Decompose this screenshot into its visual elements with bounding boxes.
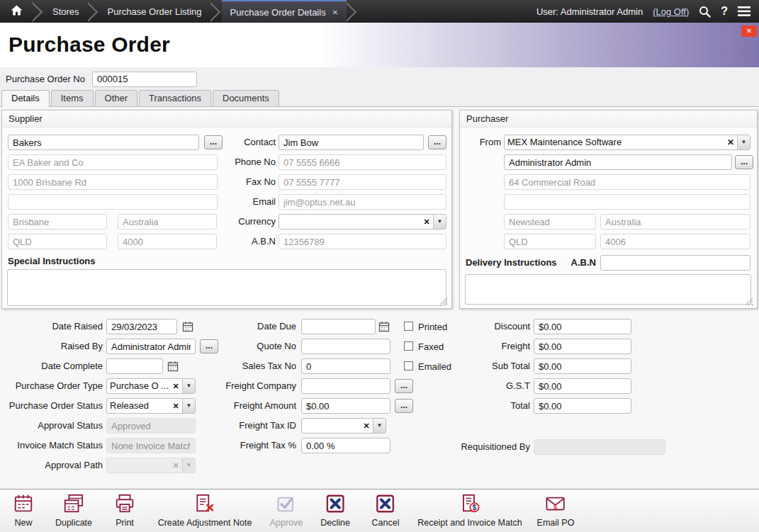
email-po-icon: $: [545, 493, 566, 517]
freight-total-label: Freight: [454, 339, 530, 354]
sales-tax-no-input[interactable]: [301, 358, 390, 374]
breadcrumb-purchase-order-details[interactable]: Purchase Order Details ✕: [222, 0, 347, 23]
gst-input[interactable]: [534, 378, 631, 394]
clear-icon[interactable]: ✕: [169, 379, 182, 393]
po-type-combobox[interactable]: Purchase O ... ✕ ▼: [106, 378, 196, 394]
new-document-icon: [13, 493, 34, 517]
freight-amount-input[interactable]: [301, 398, 390, 414]
chevron-down-icon[interactable]: ▼: [182, 379, 195, 393]
purchaser-abn-label: A.B.N: [566, 255, 596, 271]
raised-by-input[interactable]: [106, 339, 196, 354]
sales-tax-no-label: Sales Tax No: [213, 358, 296, 374]
top-nav: Stores Purchase Order Listing Purchase O…: [0, 0, 759, 23]
faxed-checkbox[interactable]: [404, 341, 413, 351]
chevron-down-icon[interactable]: ▼: [182, 399, 195, 413]
freight-company-input[interactable]: [301, 378, 390, 394]
date-due-calendar-icon[interactable]: [377, 319, 391, 334]
supplier-title: Supplier: [2, 111, 451, 128]
special-instructions-textarea[interactable]: [7, 269, 446, 306]
from-label: From: [470, 135, 501, 150]
approval-status-label: Approval Status: [1, 418, 103, 434]
date-complete-calendar-icon[interactable]: [166, 359, 180, 373]
po-status-combobox[interactable]: Released ✕ ▼: [106, 398, 196, 414]
svg-text:$: $: [472, 504, 476, 511]
currency-combobox[interactable]: ✕ ▼: [279, 214, 446, 230]
date-complete-input[interactable]: [106, 358, 163, 374]
breadcrumb-purchase-order-listing[interactable]: Purchase Order Listing: [99, 0, 210, 23]
supplier-name-input[interactable]: [8, 135, 199, 150]
po-status-label: Purchase Order Status: [1, 398, 103, 414]
cancel-button[interactable]: Cancel: [372, 493, 400, 528]
subtotal-input[interactable]: [534, 358, 631, 374]
duplicate-icon: [63, 493, 84, 517]
contact-label: Contact: [229, 135, 276, 150]
quote-no-input[interactable]: [301, 339, 390, 354]
emailed-checkbox[interactable]: [404, 361, 413, 370]
tab-transactions[interactable]: Transactions: [139, 90, 211, 106]
clear-icon[interactable]: ✕: [169, 399, 182, 413]
tab-details[interactable]: Details: [1, 90, 50, 107]
user-label: User: Administrator Admin: [536, 6, 643, 17]
purchaser-attention-input[interactable]: [504, 154, 732, 170]
from-combobox[interactable]: MEX Maintenance Software ✕ ▼: [504, 135, 750, 150]
duplicate-button[interactable]: Duplicate: [55, 493, 92, 528]
action-toolbar: New Duplicate Print Create Adjustment No…: [0, 489, 759, 532]
print-button[interactable]: Print: [114, 493, 135, 528]
tab-other[interactable]: Other: [95, 90, 138, 106]
freight-amount-lookup-button[interactable]: ...: [395, 399, 413, 413]
freight-tax-id-combobox[interactable]: ✕ ▼: [301, 418, 386, 434]
log-off-link[interactable]: (Log Off): [653, 6, 689, 17]
po-number-label: Purchase Order No: [6, 74, 85, 84]
close-button[interactable]: ✕: [741, 26, 757, 37]
create-adjustment-note-button[interactable]: Create Adjustment Note: [158, 493, 252, 528]
tab-items[interactable]: Items: [51, 90, 94, 106]
chevron-down-icon[interactable]: ▼: [433, 215, 446, 229]
clear-icon[interactable]: ✕: [360, 419, 373, 433]
close-tab-icon[interactable]: ✕: [332, 9, 338, 16]
clear-icon[interactable]: ✕: [420, 215, 433, 229]
breadcrumb-stores[interactable]: Stores: [44, 0, 88, 23]
chevron-down-icon[interactable]: ▼: [373, 419, 386, 433]
tab-documents[interactable]: Documents: [213, 90, 279, 106]
help-icon[interactable]: ?: [721, 5, 728, 18]
purchaser-title: Purchaser: [460, 111, 757, 128]
contact-input[interactable]: [279, 135, 424, 150]
receipt-and-invoice-match-button[interactable]: $ Receipt and Invoice Match: [417, 493, 522, 528]
date-due-input[interactable]: [301, 319, 376, 334]
decline-button[interactable]: Decline: [320, 493, 350, 528]
cancel-icon: [375, 493, 396, 517]
po-number-input[interactable]: [92, 72, 197, 87]
discount-input[interactable]: [534, 319, 631, 334]
invoice-match-status-input: [106, 438, 196, 453]
email-input: [279, 194, 446, 210]
abn-label: A.B.N: [229, 234, 276, 249]
delivery-instructions-textarea[interactable]: [465, 274, 751, 305]
breadcrumb-separator-icon: [347, 0, 358, 23]
freight-tax-id-label: Freight Tax ID: [213, 418, 296, 434]
freight-company-lookup-button[interactable]: ...: [395, 379, 413, 393]
purchaser-abn-input[interactable]: [600, 255, 750, 271]
breadcrumb-separator-icon: [88, 0, 99, 23]
date-raised-input[interactable]: [106, 319, 177, 334]
supplier-lookup-button[interactable]: ...: [204, 135, 223, 149]
purchaser-lookup-button[interactable]: ...: [735, 155, 753, 169]
svg-text:$: $: [553, 504, 558, 511]
new-button[interactable]: New: [13, 493, 34, 528]
menu-icon[interactable]: [738, 6, 750, 16]
supplier-address2-input: [8, 194, 218, 210]
date-raised-calendar-icon[interactable]: [181, 319, 195, 334]
adjustment-note-icon: [194, 493, 215, 517]
po-type-label: Purchase Order Type: [1, 378, 103, 394]
chevron-down-icon[interactable]: ▼: [737, 135, 750, 149]
total-input[interactable]: [534, 398, 631, 414]
contact-lookup-button[interactable]: ...: [428, 135, 446, 149]
search-icon[interactable]: [699, 6, 711, 18]
clear-icon[interactable]: ✕: [724, 135, 737, 149]
home-button[interactable]: [0, 0, 33, 23]
freight-total-input[interactable]: [534, 339, 631, 354]
purchaser-postcode-input: [600, 234, 750, 249]
email-po-button[interactable]: $ Email PO: [537, 493, 575, 528]
fax-label: Fax No: [229, 174, 276, 190]
printed-checkbox[interactable]: [404, 322, 413, 331]
freight-tax-pct-input[interactable]: [301, 438, 390, 453]
